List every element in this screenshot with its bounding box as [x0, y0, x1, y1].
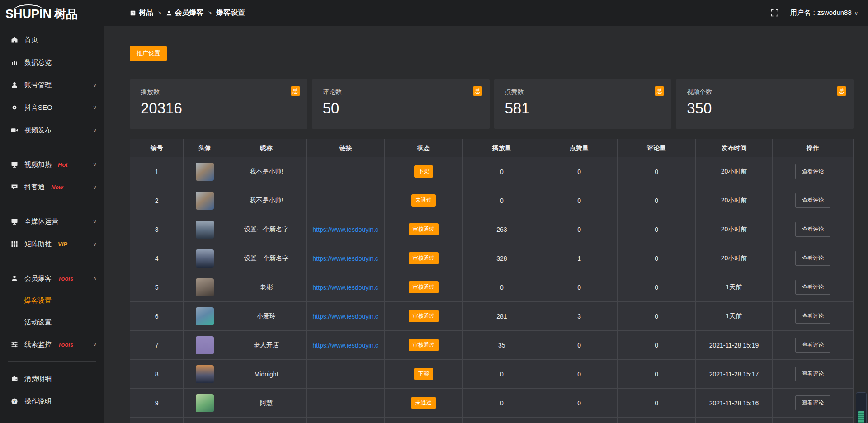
table-row: 4设置一个新名字https://www.iesdouyin.c审核通过32810…: [130, 244, 854, 273]
cell-likes: 3: [541, 302, 618, 331]
cell-time: 1天前: [696, 273, 773, 302]
cell-id: 2: [130, 186, 184, 215]
cell-link: [307, 389, 385, 418]
chevron-down-icon: ∨: [93, 82, 97, 88]
cell-avatar: [184, 302, 226, 331]
cell-likes: 0: [541, 389, 618, 418]
sidebar-item-label: 操作说明: [24, 397, 52, 406]
cell-plays: 263: [462, 215, 541, 244]
promo-settings-button[interactable]: 推广设置: [130, 46, 167, 61]
sidebar-item-douyin-seo[interactable]: 抖音SEO∨: [0, 96, 104, 119]
cell-link: [307, 418, 385, 423]
sidebar-item-data-overview[interactable]: 数据总览: [0, 51, 104, 74]
sidebar-item-consumption-detail[interactable]: 消费明细: [0, 367, 104, 390]
cell-link: https://www.iesdouyin.c: [307, 273, 385, 302]
view-comments-button[interactable]: 查看评论: [795, 367, 830, 381]
sidebar-item-operation-guide[interactable]: ?操作说明: [0, 390, 104, 413]
video-link[interactable]: https://www.iesdouyin.c: [307, 255, 384, 262]
cell-action: 查看评论: [772, 302, 853, 331]
breadcrumb-item-baoke-settings[interactable]: 爆客设置: [216, 8, 245, 18]
user-icon: [11, 275, 18, 282]
cell-avatar: [184, 389, 226, 418]
cell-status: 下架: [385, 157, 463, 186]
cell-time: 20小时前: [696, 157, 773, 186]
sidebar-item-video-heating[interactable]: 视频加热Hot∨: [0, 153, 104, 176]
cell-link: [307, 360, 385, 389]
cell-status: 审核通过: [385, 273, 463, 302]
monitor-icon: [11, 218, 18, 225]
view-comments-button[interactable]: 查看评论: [795, 338, 830, 352]
video-link[interactable]: https://www.iesdouyin.c: [307, 284, 384, 291]
cell-likes: 0: [541, 157, 618, 186]
sidebar-item-all-media-operation[interactable]: 全媒体运营∨: [0, 210, 104, 233]
chevron-down-icon: ∨: [93, 184, 97, 190]
total-badge: 总: [837, 86, 846, 96]
sidebar-item-account-management[interactable]: 账号管理∨: [0, 74, 104, 96]
cell-link: [307, 157, 385, 186]
avatar: [196, 192, 214, 210]
view-comments-button[interactable]: 查看评论: [795, 193, 830, 208]
user-icon: [166, 10, 172, 16]
cell-plays: 0: [462, 360, 541, 389]
logo[interactable]: SHUPIN 树品: [0, 0, 104, 28]
view-comments-button[interactable]: 查看评论: [795, 222, 830, 237]
fullscreen-icon[interactable]: [771, 9, 778, 17]
video-link[interactable]: https://www.iesdouyin.c: [307, 313, 384, 320]
cell-comments: 0: [618, 157, 696, 186]
sidebar-item-video-publish[interactable]: 视频发布∨: [0, 119, 104, 141]
chevron-down-icon: ∨: [93, 104, 97, 111]
view-comments-button[interactable]: 查看评论: [795, 280, 830, 295]
cell-avatar: [184, 244, 226, 273]
sidebar-item-clue-monitor[interactable]: 线索监控Tools∨: [0, 333, 104, 356]
sidebar-subitem-activity-settings[interactable]: 活动设置: [0, 311, 104, 333]
sidebar-item-douketong[interactable]: 抖客通New∨: [0, 176, 104, 198]
table-row: 3设置一个新名字https://www.iesdouyin.c审核通过26300…: [130, 215, 854, 244]
cell-nickname: 老人开店: [226, 331, 307, 360]
chevron-down-icon: ∨: [93, 218, 97, 225]
video-icon: [11, 127, 18, 134]
column-header: 操作: [772, 139, 853, 157]
user-menu[interactable]: 用户名：zswodun88 ∨: [790, 9, 858, 17]
breadcrumb-separator: >: [208, 9, 212, 16]
table-header-row: 编号头像昵称链接状态播放量点赞量评论量发布时间操作: [130, 139, 854, 157]
sidebar-divider: [8, 361, 96, 362]
cell-time: 1天前: [696, 302, 773, 331]
stat-value: 581: [505, 100, 661, 117]
grid-icon: [11, 240, 18, 248]
view-comments-button[interactable]: 查看评论: [795, 309, 830, 324]
sidebar-item-matrix-boost[interactable]: 矩阵助推VIP∨: [0, 233, 104, 255]
chevron-down-icon: ∨: [93, 341, 97, 348]
column-header: 状态: [385, 139, 463, 157]
sidebar-item-home[interactable]: 首页: [0, 28, 104, 51]
stat-card-0: 播放数20316总: [130, 79, 307, 129]
status-badge: 未通过: [411, 194, 436, 207]
cell-action: [772, 418, 853, 423]
breadcrumb-item-member-baoke[interactable]: 会员爆客: [166, 8, 204, 18]
view-comments-button[interactable]: 查看评论: [795, 164, 830, 179]
cell-time: 20小时前: [696, 244, 773, 273]
home-icon: [11, 36, 18, 43]
cell-action: 查看评论: [772, 273, 853, 302]
sidebar-item-tag: Tools: [58, 341, 73, 348]
total-badge: 总: [291, 86, 300, 96]
breadcrumb-item-shupin[interactable]: 树品: [130, 8, 153, 18]
sidebar-item-member-baoke[interactable]: 会员爆客Tools∧: [0, 267, 104, 290]
sidebar-divider: [8, 204, 96, 204]
video-link[interactable]: https://www.iesdouyin.c: [307, 342, 384, 349]
view-comments-button[interactable]: 查看评论: [795, 251, 830, 266]
view-comments-button[interactable]: 查看评论: [795, 395, 830, 410]
column-header: 评论量: [618, 139, 696, 157]
floating-scroll-widget[interactable]: [856, 392, 867, 423]
cell-plays: 0: [462, 157, 541, 186]
status-badge: 审核通过: [409, 310, 439, 322]
cell-link: https://www.iesdouyin.c: [307, 244, 385, 273]
cell-id: 9: [130, 389, 184, 418]
breadcrumb-label: 树品: [139, 8, 153, 18]
sidebar-subitem-baoke-settings[interactable]: 爆客设置: [0, 290, 104, 311]
video-link[interactable]: https://www.iesdouyin.c: [307, 226, 384, 233]
sidebar-item-label: 全媒体运营: [24, 217, 58, 226]
status-badge: 下架: [414, 368, 433, 380]
cell-avatar: [184, 215, 226, 244]
status-badge: 审核通过: [409, 223, 439, 235]
stat-label: 视频个数: [687, 88, 843, 96]
